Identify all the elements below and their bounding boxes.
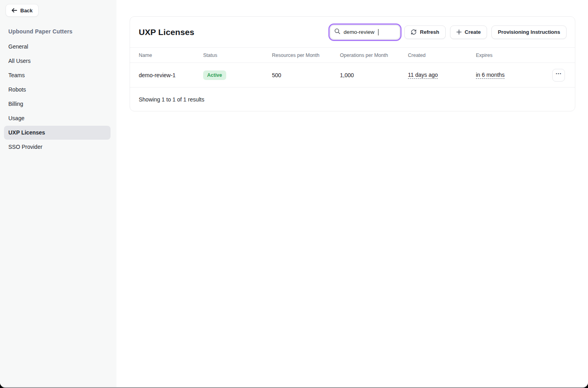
provisioning-instructions-label: Provisioning Instructions [498, 29, 560, 35]
plus-icon [456, 29, 462, 35]
sidebar-item-billing[interactable]: Billing [4, 97, 111, 111]
back-button[interactable]: Back [6, 4, 39, 17]
refresh-button[interactable]: Refresh [404, 25, 445, 39]
uxp-licenses-card: UXP Licenses demo-review [130, 16, 575, 111]
sidebar-item-teams[interactable]: Teams [4, 68, 111, 82]
text-caret [378, 29, 379, 35]
sidebar-item-uxp-licenses[interactable]: UXP Licenses [4, 126, 111, 140]
column-header-resources: Resources per Month [272, 53, 340, 58]
page-title: UXP Licenses [139, 27, 194, 37]
refresh-button-label: Refresh [420, 29, 439, 35]
resources-per-month-value: 500 [272, 72, 340, 78]
sidebar-item-robots[interactable]: Robots [4, 83, 111, 97]
organization-name: Upbound Paper Cutters [8, 28, 116, 35]
sidebar-nav: General All Users Teams Robots Billing U… [4, 40, 111, 154]
results-summary: Showing 1 to 1 of 1 results [130, 87, 575, 111]
refresh-icon [411, 29, 417, 35]
main-content: UXP Licenses demo-review [116, 0, 588, 387]
app-window: Back Upbound Paper Cutters General All U… [0, 0, 588, 388]
search-input-value: demo-review [343, 29, 374, 35]
table-header-row: Name Status Resources per Month Operatio… [130, 47, 575, 62]
sidebar-item-usage[interactable]: Usage [4, 111, 111, 125]
column-header-name: Name [139, 53, 203, 58]
sidebar-item-sso-provider[interactable]: SSO Provider [4, 140, 111, 154]
license-name: demo-review-1 [139, 72, 203, 78]
status-badge: Active [203, 70, 226, 80]
column-header-expires: Expires [476, 53, 552, 58]
arrow-left-icon [12, 8, 17, 13]
back-button-label: Back [20, 8, 33, 14]
expires-value: in 6 months [476, 72, 505, 79]
create-button[interactable]: Create [450, 25, 487, 39]
column-header-status: Status [203, 53, 272, 58]
operations-per-month-value: 1,000 [340, 72, 408, 78]
sidebar-item-all-users[interactable]: All Users [4, 54, 111, 68]
toolbar: demo-review Refresh [330, 25, 567, 39]
created-value: 11 days ago [408, 72, 438, 79]
settings-sidebar: Back Upbound Paper Cutters General All U… [0, 0, 116, 387]
table-row: demo-review-1 Active 500 1,000 11 days a… [130, 62, 575, 87]
search-input[interactable]: demo-review [330, 25, 400, 39]
create-button-label: Create [465, 29, 481, 35]
provisioning-instructions-button[interactable]: Provisioning Instructions [491, 25, 567, 39]
sidebar-item-general[interactable]: General [4, 40, 111, 54]
column-header-created: Created [408, 53, 476, 58]
search-icon [334, 28, 340, 36]
column-header-operations: Operations per Month [340, 53, 408, 58]
row-actions-button[interactable]: ⋯ [552, 69, 565, 82]
card-header: UXP Licenses demo-review [130, 17, 575, 47]
